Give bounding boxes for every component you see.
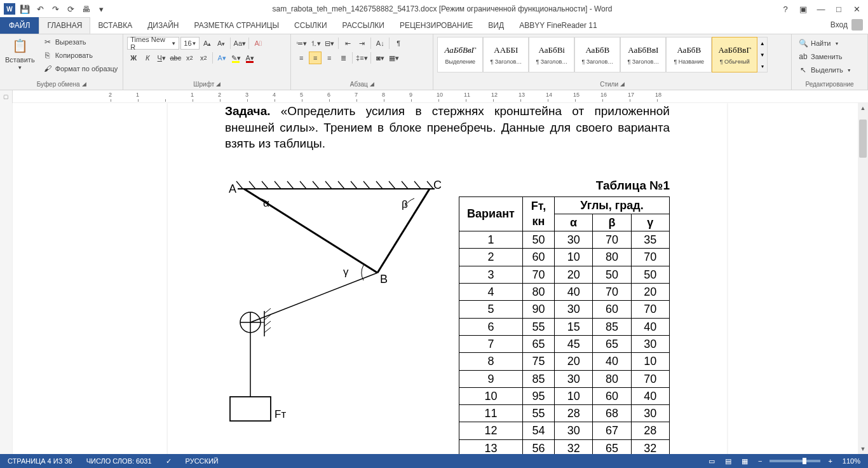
clear-format-button[interactable]: A⃠ (252, 37, 264, 50)
status-page[interactable]: СТРАНИЦА 4 ИЗ 36 (5, 457, 75, 465)
align-right-button[interactable]: ≡ (323, 52, 336, 64)
showmarks-button[interactable]: ¶ (392, 37, 405, 50)
view-web-icon[interactable]: ▦ (739, 457, 750, 465)
line-spacing-button[interactable]: ‡≡▾ (355, 52, 368, 64)
font-size-combo[interactable]: 16▼ (180, 37, 200, 50)
status-lang[interactable]: РУССКИЙ (183, 457, 221, 465)
underline-button[interactable]: Ч▾ (155, 52, 168, 64)
zoom-out-icon[interactable]: − (756, 457, 764, 465)
outdent-button[interactable]: ⇤ (341, 37, 354, 50)
status-proof-icon[interactable]: ✓ (163, 457, 174, 465)
styles-launcher-icon[interactable]: ◢ (620, 81, 625, 87)
save-icon[interactable]: 💾 (19, 3, 31, 15)
svg-line-4 (275, 181, 281, 189)
scroll-down-icon[interactable]: ▼ (858, 444, 868, 454)
qat-more-icon[interactable]: ▾ (95, 3, 107, 15)
style-5[interactable]: АаБбВ¶ Название (666, 37, 712, 72)
align-center-button[interactable]: ≡ (309, 52, 322, 64)
label-beta: β (402, 198, 408, 210)
zoom-in-icon[interactable]: + (825, 457, 834, 465)
clipboard-launcher-icon[interactable]: ◢ (82, 81, 86, 87)
tab-home[interactable]: ГЛАВНАЯ (39, 17, 90, 34)
zoom-handle[interactable] (803, 458, 806, 464)
shading-button[interactable]: ◙▾ (374, 52, 386, 64)
tab-review[interactable]: РЕЦЕНЗИРОВАНИЕ (392, 17, 480, 34)
sign-in[interactable]: Вход (825, 16, 868, 34)
vertical-scrollbar[interactable]: ▲ ▼ (858, 103, 868, 454)
tab-layout[interactable]: РАЗМЕТКА СТРАНИЦЫ (187, 17, 287, 34)
font-color-button[interactable]: A▾ (243, 52, 256, 64)
style-0[interactable]: АаБбВвГВыделение (437, 37, 483, 72)
zoom-level[interactable]: 110% (840, 457, 863, 465)
tab-view[interactable]: ВИД (480, 17, 512, 34)
multilevel-button[interactable]: ⊟▾ (323, 37, 336, 50)
superscript-button[interactable]: x2 (197, 52, 210, 64)
style-4[interactable]: АаБбВвІ¶ Заголов… (620, 37, 666, 72)
copy-button[interactable]: ⎘Копировать (40, 49, 121, 62)
bullets-button[interactable]: ≔▾ (295, 37, 308, 50)
style-1[interactable]: ААББІ¶ Заголов… (483, 37, 529, 72)
vertical-ruler[interactable] (0, 103, 13, 454)
highlight-button[interactable]: ✎▾ (229, 52, 242, 64)
sort-button[interactable]: A↓ (374, 37, 386, 50)
ribbon-options-icon[interactable]: ▣ (797, 3, 810, 15)
tab-abbyy[interactable]: ABBYY FineReader 11 (512, 17, 605, 34)
bold-button[interactable]: Ж (127, 52, 140, 64)
shrink-font-button[interactable]: A▾ (215, 37, 227, 50)
strike-button[interactable]: abc (169, 52, 182, 64)
minimize-icon[interactable]: ― (815, 3, 827, 15)
style-3[interactable]: АаБбВ¶ Заголов… (574, 37, 620, 72)
refresh-icon[interactable]: ⟳ (65, 3, 76, 15)
help-icon[interactable]: ? (779, 3, 792, 15)
font-family-combo[interactable]: Times New R▼ (127, 37, 179, 50)
svg-line-26 (264, 321, 271, 326)
page-viewport[interactable]: Задача. «Определить усилия в стержнях кр… (13, 103, 868, 454)
window-title: sam_rabota_teh_meh_1426758882_54173.docx… (111, 4, 774, 13)
group-paragraph: ≔▾ ⒈▾ ⊟▾ ⇤ ⇥ A↓ ¶ ≡ ≡ ≡ ≣ ‡≡▾ ◙▾ ▦▾ (291, 34, 433, 90)
select-button[interactable]: ↖Выделить▼ (796, 64, 854, 76)
zoom-slider[interactable] (770, 460, 820, 462)
numbering-button[interactable]: ⒈▾ (309, 37, 322, 50)
borders-button[interactable]: ▦▾ (388, 52, 400, 64)
grow-font-button[interactable]: A▴ (201, 37, 214, 50)
paste-button[interactable]: 📋 Вставить ▼ (3, 36, 37, 72)
status-words[interactable]: ЧИСЛО СЛОВ: 6031 (84, 457, 154, 465)
style-2[interactable]: АаБбВі¶ Заголов… (529, 37, 574, 72)
indent-button[interactable]: ⇥ (355, 37, 368, 50)
quickprint-icon[interactable]: 🖶 (80, 3, 92, 15)
tab-mailings[interactable]: РАССЫЛКИ (335, 17, 392, 34)
tab-insert[interactable]: ВСТАВКА (90, 17, 140, 34)
align-left-button[interactable]: ≡ (295, 52, 308, 64)
undo-icon[interactable]: ↶ (34, 3, 46, 15)
ruler-corner[interactable]: ▢ (0, 90, 13, 103)
font-launcher-icon[interactable]: ◢ (216, 81, 220, 87)
close-icon[interactable]: ✕ (850, 3, 863, 15)
maximize-icon[interactable]: □ (832, 3, 845, 15)
text-effects-button[interactable]: A▾ (215, 52, 228, 64)
para-launcher-icon[interactable]: ◢ (370, 81, 374, 87)
tab-design[interactable]: ДИЗАЙН (140, 17, 186, 34)
file-tab[interactable]: ФАЙЛ (0, 17, 39, 34)
redo-icon[interactable]: ↷ (50, 3, 61, 15)
scroll-thumb[interactable] (859, 120, 867, 158)
format-painter-button[interactable]: 🖌Формат по образцу (40, 62, 121, 75)
word-icon[interactable]: W (4, 3, 15, 15)
subscript-button[interactable]: x2 (183, 52, 196, 64)
tab-references[interactable]: ССЫЛКИ (287, 17, 334, 34)
horizontal-ruler[interactable]: 12123456789101112131415161718 (13, 90, 868, 102)
diagram: A C B α β γ Fт (225, 177, 441, 432)
cut-button[interactable]: ✂Вырезать (40, 36, 121, 48)
scroll-up-icon[interactable]: ▲ (858, 103, 868, 113)
find-button[interactable]: 🔍Найти▼ (796, 37, 854, 50)
view-print-icon[interactable]: ▤ (722, 457, 734, 465)
change-case-button[interactable]: Aa▾ (233, 37, 246, 50)
style-6[interactable]: АаБбВвГ¶ Обычный (712, 37, 757, 72)
justify-button[interactable]: ≣ (337, 52, 349, 64)
svg-line-14 (402, 181, 408, 189)
table-row: 985308070 (459, 370, 670, 387)
italic-button[interactable]: К (141, 52, 154, 64)
replace-button[interactable]: abЗаменить (796, 50, 854, 63)
view-read-icon[interactable]: ▭ (706, 457, 717, 465)
styles-more[interactable]: ▲▼▾ (757, 37, 768, 72)
svg-line-16 (427, 181, 433, 189)
